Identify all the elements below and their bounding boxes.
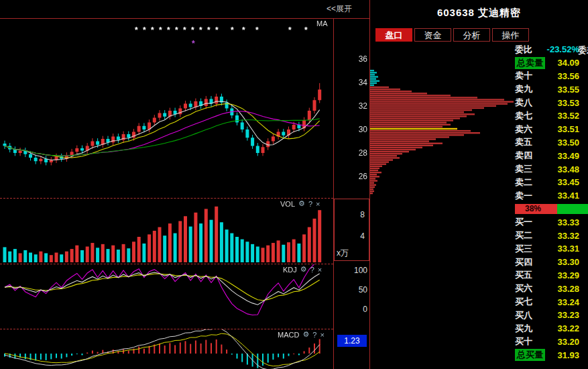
bid-label: 买七 (515, 296, 532, 308)
event-marker: * * * * * * * * (135, 25, 196, 35)
price-tick: 36 (359, 54, 367, 64)
price-tick: 26 (359, 172, 367, 181)
bid-row[interactable]: 买九33.22 (515, 322, 588, 335)
collapse-toggle[interactable]: <<展开 (327, 3, 352, 15)
ask-row[interactable]: 卖九33.55 (515, 83, 588, 96)
bid-price: 33.30 (557, 257, 579, 267)
tab-actions[interactable]: 操作 (492, 28, 529, 42)
bid-label: 买八 (515, 309, 532, 321)
help-icon[interactable]: ? (308, 200, 312, 208)
help-icon[interactable]: ? (310, 266, 314, 274)
close-icon[interactable]: × (320, 331, 324, 339)
event-marker: * (255, 25, 260, 35)
ratio-red-segment: 38% (515, 204, 557, 214)
quote-panel: 603638 艾迪精密 盘口资金分析操作 委比 -23.52% 委差 总卖量 3… (370, 0, 588, 369)
event-marker: * (288, 25, 293, 35)
price-tick: 28 (359, 148, 367, 158)
tab-funds[interactable]: 资金 (414, 28, 451, 42)
gear-icon[interactable]: ⚙ (300, 265, 307, 274)
ask-row[interactable]: 卖四33.49 (515, 149, 588, 162)
ask-row[interactable]: 卖二33.45 (515, 176, 588, 189)
ask-row[interactable]: 卖六33.51 (515, 123, 588, 136)
ask-label: 卖一 (515, 190, 532, 202)
total-sell-row: 总卖量 34.09 (515, 56, 588, 70)
weibi-value: -23.52% (547, 44, 579, 54)
tab-order-book[interactable]: 盘口 (375, 28, 412, 42)
kdj-tick: 0 (363, 305, 367, 314)
total-buy-label: 总买量 (515, 349, 545, 361)
bid-label: 买一 (515, 216, 532, 228)
chart-section: <<展开 * * * * * * * ** * ******* MA 36343… (0, 0, 370, 369)
tab-analysis[interactable]: 分析 (453, 28, 490, 42)
volume-axis-box: 8 4 x万 (334, 199, 369, 261)
kdj-label: KDJ (283, 266, 297, 274)
ask-price: 33.50 (557, 138, 579, 148)
close-icon[interactable]: × (316, 200, 320, 208)
ask-price: 33.48 (557, 164, 579, 174)
weibi-label: 委比 (515, 44, 532, 56)
ma-indicator-label: MA (316, 19, 328, 28)
ask-price: 33.53 (557, 98, 579, 108)
event-marker: * (242, 25, 247, 35)
total-buy-value: 31.93 (557, 350, 579, 360)
bid-label: 买二 (515, 229, 532, 242)
bid-label: 买五 (515, 269, 532, 281)
event-marker: * (231, 25, 235, 35)
bid-row[interactable]: 买二33.32 (515, 229, 588, 242)
bid-price: 33.31 (557, 244, 579, 254)
ask-label: 卖四 (515, 150, 532, 162)
volume-chart[interactable] (0, 199, 333, 262)
vol-panel-header: VOL ⚙ ? × (280, 199, 320, 208)
bid-row[interactable]: 买八33.23 (515, 309, 588, 322)
ask-row[interactable]: 卖五33.50 (515, 136, 588, 150)
price-tick: 32 (359, 101, 367, 111)
sell-buy-ratio-bar: 38% (515, 204, 588, 214)
total-buy-row: 总买量 31.93 (515, 348, 588, 362)
kdj-tick: 100 (354, 266, 367, 275)
macd-value-badge: 1.23 (337, 335, 367, 347)
gear-icon[interactable]: ⚙ (298, 199, 305, 208)
ask-row[interactable]: 卖十33.56 (515, 70, 588, 83)
ask-label: 卖六 (515, 123, 532, 136)
macd-label: MACD (278, 331, 299, 339)
ask-row[interactable]: 卖八33.53 (515, 96, 588, 109)
ask-label: 卖二 (515, 176, 532, 189)
candlestick-chart[interactable] (0, 19, 333, 197)
divider (333, 19, 334, 369)
bid-price: 33.23 (557, 310, 579, 320)
total-sell-label: 总卖量 (515, 57, 545, 69)
stock-title: 603638 艾迪精密 (370, 7, 588, 19)
gear-icon[interactable]: ⚙ (302, 330, 309, 339)
weibi-row: 委比 -23.52% (515, 43, 588, 56)
bid-label: 买十 (515, 335, 532, 348)
macd-panel-header: MACD ⚙ ? × (278, 330, 325, 339)
price-tick: 30 (359, 125, 367, 134)
vol-tick: 4 (360, 231, 365, 241)
bid-price: 33.32 (557, 231, 579, 241)
ask-row[interactable]: 卖七33.52 (515, 109, 588, 123)
price-tick: 34 (359, 78, 367, 87)
bid-row[interactable]: 买六33.28 (515, 282, 588, 295)
bid-price: 33.29 (557, 270, 579, 280)
help-icon[interactable]: ? (312, 331, 316, 339)
ask-price: 33.49 (557, 151, 579, 161)
close-icon[interactable]: × (318, 266, 322, 274)
ask-price: 33.41 (557, 191, 579, 201)
bid-row[interactable]: 买三33.31 (515, 242, 588, 256)
vol-label: VOL (280, 200, 295, 208)
bid-row[interactable]: 买一33.33 (515, 215, 588, 229)
bid-row[interactable]: 买五33.29 (515, 269, 588, 282)
ask-row[interactable]: 卖一33.41 (515, 189, 588, 203)
bid-row[interactable]: 买四33.30 (515, 256, 588, 269)
quote-tabs: 盘口资金分析操作 (375, 28, 529, 42)
ask-price: 33.55 (557, 85, 579, 95)
bid-row[interactable]: 买七33.24 (515, 295, 588, 309)
bid-price: 33.20 (557, 337, 579, 347)
bid-price: 33.24 (557, 297, 579, 307)
kdj-chart[interactable] (0, 264, 333, 327)
ask-label: 卖三 (515, 163, 532, 175)
ask-label: 卖七 (515, 110, 532, 122)
bid-row[interactable]: 买十33.20 (515, 335, 588, 349)
ask-row[interactable]: 卖三33.48 (515, 162, 588, 176)
ask-label: 卖九 (515, 83, 532, 95)
